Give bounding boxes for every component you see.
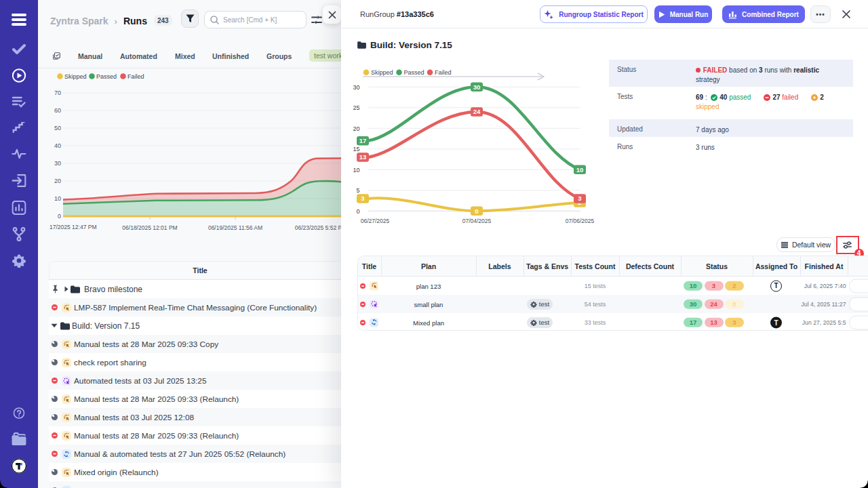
svg-text:0: 0 bbox=[356, 208, 359, 215]
svg-text:Passed: Passed bbox=[404, 69, 425, 76]
svg-text:Passed: Passed bbox=[96, 73, 117, 80]
svg-text:07/06/2025: 07/06/2025 bbox=[566, 218, 595, 224]
svg-text:24: 24 bbox=[473, 108, 481, 115]
svg-text:3: 3 bbox=[361, 195, 364, 202]
svg-text:06/19/2025 11:56 AM: 06/19/2025 11:56 AM bbox=[208, 224, 262, 231]
svg-text:25: 25 bbox=[353, 104, 359, 111]
svg-text:06/23/2025 5:52 PM: 06/23/2025 5:52 PM bbox=[295, 224, 341, 231]
svg-text:3: 3 bbox=[578, 195, 581, 202]
svg-text:06/18/2025 12:01 PM: 06/18/2025 12:01 PM bbox=[122, 224, 177, 231]
svg-text:50: 50 bbox=[54, 125, 61, 131]
svg-text:70: 70 bbox=[54, 89, 61, 96]
svg-text:10: 10 bbox=[54, 195, 61, 202]
svg-text:07/04/2025: 07/04/2025 bbox=[462, 218, 492, 224]
svg-text:5: 5 bbox=[356, 187, 359, 194]
svg-text:40: 40 bbox=[54, 142, 61, 149]
svg-text:17/2025 12:47 PM: 17/2025 12:47 PM bbox=[50, 224, 96, 230]
svg-text:10: 10 bbox=[353, 167, 359, 174]
svg-text:30: 30 bbox=[54, 160, 61, 167]
svg-text:60: 60 bbox=[54, 107, 61, 114]
svg-text:Skipped: Skipped bbox=[371, 69, 393, 76]
svg-text:0: 0 bbox=[475, 207, 478, 215]
svg-text:Failed: Failed bbox=[127, 73, 144, 80]
svg-text:0: 0 bbox=[58, 213, 61, 220]
svg-text:30: 30 bbox=[353, 84, 359, 91]
svg-text:30: 30 bbox=[473, 83, 481, 91]
svg-text:Skipped: Skipped bbox=[64, 73, 87, 80]
svg-text:20: 20 bbox=[54, 178, 61, 184]
svg-text:Failed: Failed bbox=[435, 69, 452, 76]
svg-text:20: 20 bbox=[353, 125, 359, 132]
svg-text:17: 17 bbox=[359, 137, 367, 144]
svg-text:15: 15 bbox=[353, 146, 359, 152]
svg-text:06/27/2025: 06/27/2025 bbox=[361, 218, 390, 224]
svg-text:10: 10 bbox=[576, 166, 584, 174]
svg-text:13: 13 bbox=[359, 153, 367, 161]
